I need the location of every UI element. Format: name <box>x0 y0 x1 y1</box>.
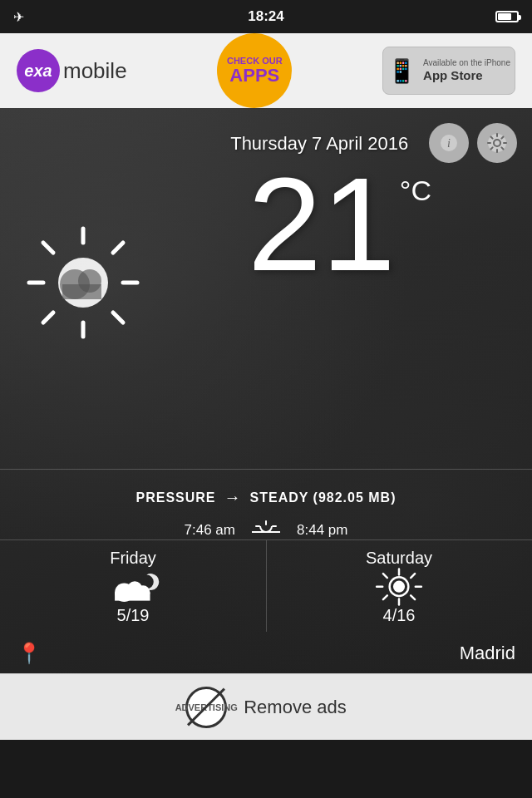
phone-icon: 📱 <box>387 57 416 85</box>
airplane-icon: ✈ <box>13 9 24 25</box>
saturday-temps: 4/16 <box>383 606 416 625</box>
battery-icon <box>495 11 519 22</box>
temperature-value: 21 <box>248 158 396 291</box>
svg-line-29 <box>411 595 415 599</box>
svg-line-9 <box>113 313 123 323</box>
location-name: Madrid <box>460 643 515 664</box>
svg-line-31 <box>383 595 387 599</box>
remove-ads-button[interactable]: Remove ads <box>244 697 347 718</box>
temperature-container: 21 °C <box>248 158 431 291</box>
settings-button[interactable] <box>477 123 517 163</box>
saturday-weather-icon <box>366 568 432 606</box>
sunset-time: 8:44 pm <box>297 522 347 539</box>
saturday-label: Saturday <box>366 549 432 568</box>
exa-logo[interactable]: exa mobile <box>17 49 127 92</box>
forecast-section: Friday 5/19 Saturday <box>0 540 532 632</box>
svg-line-28 <box>383 574 387 578</box>
current-weather-icon <box>25 224 141 344</box>
sunrise-time: 7:46 am <box>185 522 235 539</box>
divider-pressure-top <box>0 469 532 470</box>
ad-banner: exa mobile CHECK OUR APPS 📱 Available on… <box>0 33 532 108</box>
pressure-label: PRESSURE <box>135 490 215 505</box>
location-pin-icon[interactable]: 📍 <box>17 642 42 665</box>
exa-badge: exa <box>17 49 60 92</box>
forecast-friday: Friday 5/19 <box>0 540 266 632</box>
sun-times: 7:46 am 8:44 pm <box>0 520 532 540</box>
svg-rect-15 <box>62 284 101 299</box>
friday-label: Friday <box>110 549 156 568</box>
svg-point-33 <box>393 581 405 593</box>
app-store-text: Available on the iPhone App Store <box>423 58 510 83</box>
top-icons: i <box>429 123 517 163</box>
mobile-text: mobile <box>63 58 127 84</box>
svg-rect-23 <box>115 593 150 601</box>
status-time: 18:24 <box>248 8 283 25</box>
info-button[interactable]: i <box>429 123 469 163</box>
status-right <box>495 11 519 22</box>
app-store-button[interactable]: 📱 Available on the iPhone App Store <box>382 47 515 95</box>
svg-line-8 <box>43 243 53 253</box>
svg-line-11 <box>43 313 53 323</box>
svg-line-30 <box>411 574 415 578</box>
check-apps-button[interactable]: CHECK OUR APPS <box>217 33 292 108</box>
friday-temps: 5/19 <box>117 606 150 625</box>
weather-main: i Thursday 7 April 2016 <box>0 108 532 673</box>
pressure-value: STEADY (982.05 mb) <box>250 490 397 505</box>
location-row: 📍 Madrid <box>0 642 532 665</box>
friday-weather-icon <box>96 568 170 606</box>
bottom-bar: ADVERTISING Remove ads <box>0 673 532 740</box>
temperature-unit: °C <box>400 175 431 207</box>
pressure-arrow-icon: → <box>224 488 242 507</box>
advertising-icon: ADVERTISING <box>185 687 227 728</box>
pressure-row: PRESSURE → STEADY (982.05 mb) <box>0 488 532 507</box>
svg-text:i: i <box>447 137 451 150</box>
forecast-saturday: Saturday 4/16 <box>266 540 532 632</box>
svg-line-10 <box>113 243 123 253</box>
status-bar: ✈ 18:24 <box>0 0 532 33</box>
status-left: ✈ <box>13 9 24 25</box>
sunrise-icon <box>252 520 280 540</box>
